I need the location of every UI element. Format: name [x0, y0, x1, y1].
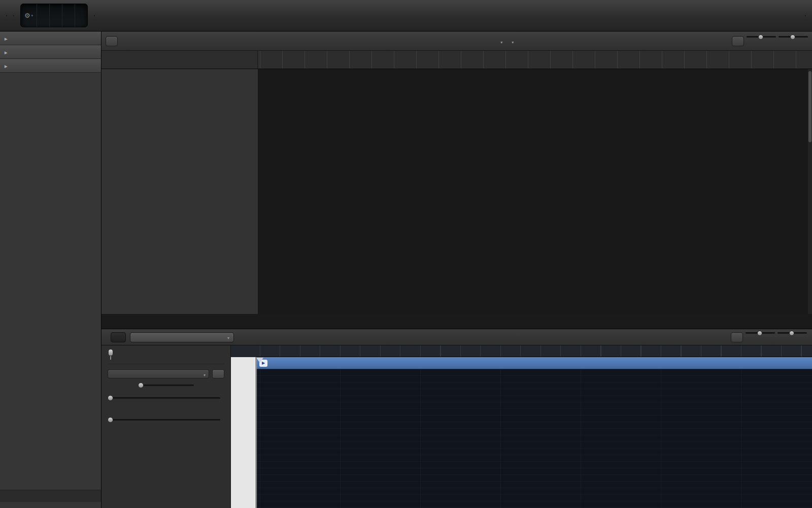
lcd-signature-section — [75, 4, 87, 27]
gear-icon: ⚙ — [24, 12, 30, 19]
tracks-toolbar — [101, 31, 812, 51]
slider-handle[interactable] — [758, 35, 763, 40]
lcd-tempo-section — [62, 4, 75, 27]
editor-inspector — [101, 345, 231, 508]
slider-handle[interactable] — [789, 331, 794, 336]
main-toolbar: ⚙▾ — [0, 0, 812, 31]
waveform-zoom-button[interactable] — [731, 332, 743, 342]
scrollbar-handle[interactable] — [808, 71, 811, 142]
playhead-marker[interactable] — [256, 358, 263, 363]
chevron-down-icon — [500, 37, 502, 46]
inspector-panel — [0, 31, 101, 508]
flex-button[interactable] — [111, 332, 126, 342]
track-list-controls — [101, 51, 258, 69]
slider-handle[interactable] — [790, 35, 795, 40]
logic-pro-window: ⚙▾ — [0, 0, 812, 508]
pitch-correction-slider[interactable] — [108, 397, 220, 399]
disclosure-icon — [5, 62, 7, 69]
gain-slider[interactable] — [108, 419, 220, 421]
strength-slider[interactable] — [138, 385, 194, 386]
disclosure-icon — [5, 49, 7, 55]
chevron-down-icon — [227, 334, 229, 340]
flex-mode-dropdown[interactable] — [130, 332, 234, 342]
scroll-to-top-button[interactable] — [106, 36, 118, 46]
editor-body: ▶ — [101, 345, 812, 508]
editor-tabs — [101, 314, 812, 329]
slider-handle[interactable] — [757, 331, 762, 336]
track-lanes — [258, 69, 812, 314]
editor-canvas: ▶ — [256, 345, 812, 508]
groups-inspector-header[interactable] — [0, 45, 101, 59]
horizontal-zoom-slider[interactable] — [777, 332, 807, 334]
tracks-ruler-bar — [101, 51, 812, 69]
channel-strip-names — [0, 490, 101, 502]
tracks-zoom-controls — [732, 36, 808, 46]
editor-zoom-controls — [731, 332, 807, 342]
slider-handle[interactable] — [108, 417, 113, 423]
editor-region-bar[interactable]: ▶ — [256, 357, 812, 369]
toolbar-left-icons — [6, 15, 7, 16]
track-inspector-header[interactable] — [0, 59, 101, 73]
toolbar-view-icons — [805, 15, 806, 16]
q-button[interactable] — [212, 369, 224, 378]
vertical-scrollbar[interactable] — [808, 69, 812, 314]
editor-toolbar — [101, 329, 812, 345]
tracks-area — [101, 31, 812, 314]
piano-keyboard — [231, 357, 256, 508]
lcd-position-section — [37, 4, 50, 27]
vertical-zoom-slider[interactable] — [747, 36, 776, 38]
region-inspector-header[interactable] — [0, 31, 101, 45]
lcd-display[interactable]: ⚙▾ — [20, 4, 88, 27]
editor-ruler[interactable] — [256, 345, 812, 357]
lcd-cycle-section — [50, 4, 62, 27]
slider-handle[interactable] — [138, 383, 144, 388]
toolbar-mode-icons — [94, 15, 95, 16]
chevron-down-icon: ▾ — [31, 14, 33, 18]
snap-dropdown[interactable] — [495, 37, 502, 46]
microphone-icon — [108, 350, 114, 360]
horizontal-zoom-slider[interactable] — [779, 36, 808, 38]
quantize-select[interactable] — [108, 369, 209, 378]
flex-pitch-display[interactable] — [256, 369, 812, 508]
playhead[interactable] — [256, 357, 257, 508]
editor-area: ▶ — [101, 314, 812, 508]
pitch-curve — [256, 369, 812, 508]
selection-header — [108, 350, 224, 364]
chevron-down-icon — [204, 369, 206, 378]
transport-controls — [13, 15, 14, 16]
slider-handle[interactable] — [108, 395, 113, 401]
channel-strips — [0, 157, 101, 489]
waveform-zoom-button[interactable] — [732, 36, 744, 46]
tracks-body — [101, 69, 812, 314]
chevron-down-icon — [512, 37, 514, 46]
lcd-settings-button[interactable]: ⚙▾ — [21, 4, 37, 27]
bar-ruler[interactable] — [258, 51, 812, 69]
drag-dropdown[interactable] — [506, 37, 514, 46]
vertical-zoom-slider[interactable] — [746, 332, 775, 334]
track-headers — [101, 69, 258, 314]
disclosure-icon — [5, 35, 7, 41]
